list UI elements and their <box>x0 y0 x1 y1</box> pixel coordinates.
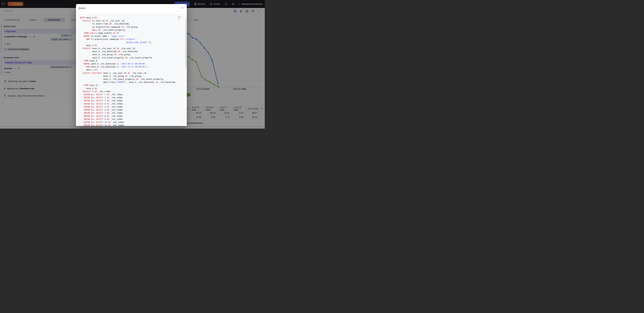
sql-line: anon_4._cte_datetime AS _cte_datetime, <box>80 50 183 53</box>
sql-line: NULL AS _cte_event_property <box>80 28 183 32</box>
sql-line: WHERE anon_4._cte_datetime >= '2021-08-3… <box>80 62 183 65</box>
sql-line: FROM anon_4 <box>80 59 183 62</box>
sql-line: (SELECT 0 AS _ret_index <box>80 90 183 93</box>
sql-line: anon_3._cte_event_property AS _cte_event… <box>80 78 183 81</box>
sql-line: UNION ALL SELECT 3 AS _ret_index <box>80 99 183 102</box>
sql-line: UNION ALL SELECT 8 AS _ret_index <box>80 115 183 118</box>
query-modal: Query ✕ WITH anon_4 AS (SELECT t1.user_i… <box>76 4 187 126</box>
sql-line: (SELECT anon_4._cte_user_id AS _cte_user… <box>80 47 183 50</box>
sql-line: (SELECT t1.user_id AS _cte_user_id, <box>80 19 183 22</box>
sql-line: AND t1.acquisition_campaign IN ('organic… <box>80 38 183 41</box>
sql-line: UNION ALL SELECT 6 AS _ret_index <box>80 108 183 112</box>
sql-line: FROM public.page_events AS t1 <box>80 32 183 34</box>
sql-line: 'google_ads_global')), <box>80 41 183 44</box>
modal-vertical-scrollbar[interactable] <box>185 19 186 68</box>
close-icon[interactable]: ✕ <box>180 6 184 10</box>
sql-line: t1.event_time AS _cte_datetime, <box>80 22 183 25</box>
copy-icon[interactable] <box>178 16 180 20</box>
app-screen: Connect Explore Boards <box>0 0 265 129</box>
sql-line: anon_3 AS <box>80 44 183 47</box>
sql-line: date_trunc('MINUTE', anon_3._cte_datetim… <box>80 81 183 84</box>
modal-title: Query <box>78 6 85 10</box>
sql-line: t1.acquisition_campaign AS _cte_group, <box>80 26 183 28</box>
sql-code[interactable]: WITH anon_4 AS (SELECT t1.user_id AS _ct… <box>80 16 183 126</box>
sql-line: FROM anon_3), <box>80 84 183 87</box>
sql-line: anon_5 AS <box>80 87 183 90</box>
sql-line: anon_3._cte_group AS _cte_group, <box>80 74 183 78</box>
sql-line: UNION ALL SELECT 10 AS _ret_index <box>80 121 183 124</box>
sql-line: (SELECT DISTINCT anon_3._cte_user_id AS … <box>80 72 183 74</box>
sql-line: UNION ALL SELECT 1 AS _ret_index <box>80 93 183 96</box>
sql-line: UNION ALL SELECT 5 AS _ret_index <box>80 105 183 108</box>
sql-line: UNION ALL SELECT 4 AS _ret_index <box>80 102 183 105</box>
sql-line: anon_4._cte_event_property AS _cte_event… <box>80 56 183 59</box>
sql-line: UNION ALL SELECT 2 AS _ret_index <box>80 96 183 99</box>
sql-line: anon_4._cte_group AS _cte_group, <box>80 53 183 56</box>
sql-code-block: WITH anon_4 AS (SELECT t1.user_id AS _ct… <box>78 14 185 126</box>
sql-line: UNION ALL SELECT 7 AS _ret_index <box>80 112 183 114</box>
sql-line: UNION ALL SELECT 9 AS _ret_index <box>80 118 183 121</box>
sql-line: AND anon_4._cte_datetime <= '2021-12-31 … <box>80 65 183 68</box>
sql-line: anon_1 AS <box>80 68 183 72</box>
sql-line: WITH anon_4 AS <box>80 16 183 19</box>
sql-line: UNION ALL SELECT 11 AS _ret_index <box>80 124 183 126</box>
query-modal-header: Query ✕ <box>76 4 187 12</box>
sql-line: WHERE t1.event_name = 'page_visit' <box>80 34 183 38</box>
